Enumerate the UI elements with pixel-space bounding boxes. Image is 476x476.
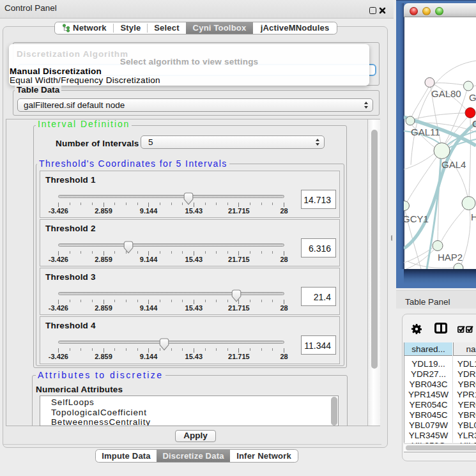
svg-text:GCY1: GCY1	[404, 213, 429, 224]
svg-text:GAL11: GAL11	[411, 127, 440, 137]
svg-text:GAL4: GAL4	[441, 159, 466, 170]
svg-text:GA: GA	[469, 92, 476, 103]
svg-text:C: C	[472, 118, 476, 129]
svg-text:H: H	[471, 211, 476, 222]
svg-text:HAP2: HAP2	[438, 252, 463, 263]
svg-text:GAL80: GAL80	[431, 88, 461, 99]
